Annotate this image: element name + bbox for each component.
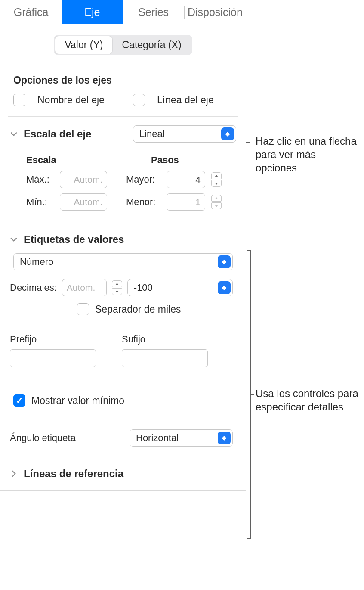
dropdown-caret-icon (218, 432, 231, 444)
axis-scale-type-value: Lineal (139, 128, 165, 140)
scale-header: Escala (26, 155, 112, 166)
tab-axis[interactable]: Eje (62, 0, 123, 24)
max-input[interactable]: Autom. (60, 171, 107, 188)
axis-scale-type-select[interactable]: Lineal (133, 125, 236, 143)
value-labels-disclosure[interactable]: Etiquetas de valores (0, 220, 246, 252)
decimals-stepper[interactable] (112, 280, 122, 295)
minor-input[interactable]: 1 (167, 193, 205, 211)
decimals-label: Decimales: (10, 282, 57, 293)
decimals-input[interactable]: Autom. (62, 279, 107, 296)
major-input[interactable]: 4 (167, 171, 205, 188)
callout-2: Usa los controles para especificar detal… (256, 387, 359, 413)
prefix-suffix-inputs (0, 348, 246, 382)
max-label: Máx.: (26, 174, 54, 185)
label-angle-select[interactable]: Horizontal (130, 429, 233, 447)
minor-label: Menor: (126, 196, 160, 208)
segment-category-x[interactable]: Categoría (X) (112, 36, 191, 54)
value-format-row: Número (0, 252, 246, 276)
tab-chart[interactable]: Gráfica (0, 0, 62, 24)
label-show-min: Mostrar valor mínimo (31, 395, 124, 407)
chevron-right-icon (10, 470, 18, 478)
steps-header: Pasos (130, 155, 233, 166)
dropdown-caret-icon (221, 127, 234, 140)
negative-format-value: -100 (134, 282, 153, 293)
scale-min-row: Mín.: Autom. Menor: 1 (0, 191, 246, 220)
checkbox-axis-line[interactable] (133, 94, 145, 106)
annotation-area: Haz clic en una flecha para ver más opci… (246, 0, 361, 590)
chevron-down-icon (10, 130, 18, 138)
suffix-input[interactable] (122, 349, 208, 367)
min-input[interactable]: Autom. (60, 193, 107, 211)
chevron-down-icon (10, 236, 18, 243)
decimals-row: Decimales: Autom. -100 (0, 276, 246, 301)
tab-arrangement[interactable]: Disposición (185, 0, 246, 24)
axis-scale-disclosure[interactable]: Escala del eje Lineal (0, 117, 246, 149)
inspector-tabs: Gráfica Eje Series Disposición (0, 0, 246, 24)
label-angle-value: Horizontal (136, 432, 179, 444)
scale-steps-headers: Escala Pasos (0, 149, 246, 168)
reference-lines-title: Líneas de referencia (24, 468, 236, 480)
axis-options-row: Nombre del eje Línea del eje (0, 92, 246, 116)
checkbox-show-min[interactable] (13, 394, 25, 407)
leader-lines (246, 0, 361, 590)
scale-max-row: Máx.: Autom. Mayor: 4 (0, 168, 246, 191)
value-labels-title: Etiquetas de valores (24, 233, 236, 245)
value-format-value: Número (20, 256, 53, 267)
checkbox-thousands-separator[interactable] (77, 303, 89, 315)
tab-series[interactable]: Series (123, 0, 184, 24)
value-format-select[interactable]: Número (13, 253, 233, 270)
reference-lines-disclosure[interactable]: Líneas de referencia (0, 457, 246, 490)
prefix-suffix-headers: Prefijo Sufijo (0, 325, 246, 348)
callout-1: Haz clic en una flecha para ver más opci… (256, 134, 359, 175)
label-angle-row: Ángulo etiqueta Horizontal (0, 419, 246, 457)
thousands-row: Separador de miles (0, 301, 246, 325)
axis-scale-title: Escala del eje (24, 128, 127, 140)
min-label: Mín.: (26, 196, 54, 208)
negative-format-select[interactable]: -100 (127, 279, 233, 296)
axis-subtabs: Valor (Y) Categoría (X) (0, 24, 246, 64)
dropdown-caret-icon (218, 281, 231, 294)
minor-stepper[interactable] (211, 195, 222, 209)
segment-value-y[interactable]: Valor (Y) (55, 36, 112, 54)
major-label: Mayor: (126, 174, 160, 185)
axis-options-title: Opciones de los ejes (0, 64, 246, 92)
dropdown-caret-icon (218, 255, 231, 268)
show-min-row: Mostrar valor mínimo (0, 382, 246, 419)
label-angle-label: Ángulo etiqueta (10, 432, 121, 444)
format-inspector-panel: Gráfica Eje Series Disposición Valor (Y)… (0, 0, 246, 491)
major-stepper[interactable] (211, 172, 222, 187)
axis-segmented-control: Valor (Y) Categoría (X) (54, 35, 192, 55)
label-axis-name: Nombre del eje (37, 94, 105, 106)
checkbox-axis-name[interactable] (13, 94, 25, 106)
label-thousands-separator: Separador de miles (95, 304, 181, 315)
prefix-input[interactable] (10, 349, 96, 367)
prefix-label: Prefijo (10, 334, 96, 345)
label-axis-line: Línea del eje (157, 94, 214, 106)
suffix-label: Sufijo (122, 334, 145, 345)
